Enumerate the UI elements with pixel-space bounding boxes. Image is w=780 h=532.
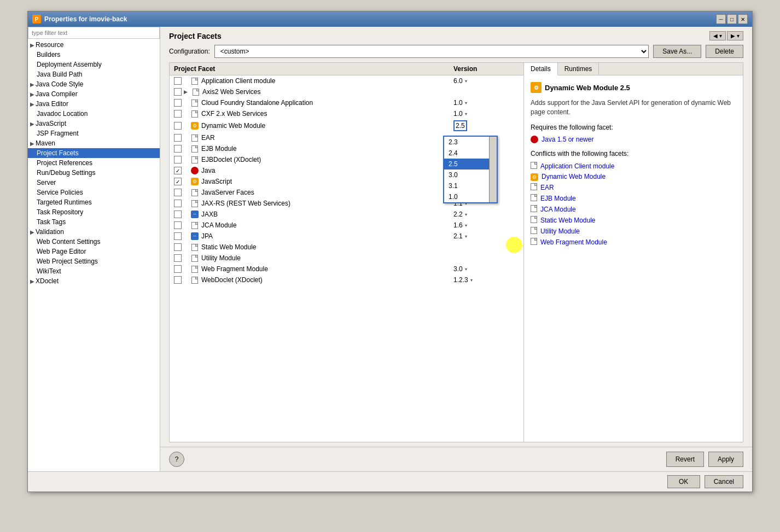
facet-checkbox-ejbdoclet[interactable] [174,156,182,163]
cancel-button[interactable]: Cancel [705,475,743,488]
window-controls[interactable]: ─ □ ✕ [716,14,748,24]
sidebar-item-label: Targeted Runtimes [37,198,92,206]
sidebar-item-task-repository[interactable]: Task Repository [28,207,160,217]
facet-checkbox-dynamic-web[interactable] [174,122,182,130]
sidebar-item-java-build-path[interactable]: Java Build Path [28,69,160,79]
facet-row-axis2[interactable]: ▶Axis2 Web Services [170,86,523,97]
conflict-icon [531,216,537,225]
conflict-facet-name: Dynamic Web Module [542,173,606,180]
facet-name-cxf: CXF 2.x Web Services [201,110,453,118]
sidebar-item-server[interactable]: Server [28,178,160,188]
facet-checkbox-javascript[interactable] [174,178,182,185]
facet-row-web-fragment[interactable]: Web Fragment Module3.0▾ [170,264,523,274]
details-tab-runtimes[interactable]: Runtimes [558,63,599,75]
delete-button[interactable]: Delete [706,45,743,58]
facet-row-jpa[interactable]: ↔JPA2.1▾ [170,231,523,242]
facet-checkbox-web-fragment[interactable] [174,265,182,273]
version-scrollbar[interactable] [489,137,497,202]
expand-arrow: ▶ [30,121,34,127]
sidebar-item-label: WikiText [37,267,61,275]
facet-row-cloud-foundry[interactable]: Cloud Foundry Standalone Application1.0▾ [170,97,523,108]
facet-checkbox-app-client[interactable] [174,77,182,85]
sidebar-item-javascript[interactable]: ▶JavaScript [28,119,160,128]
facet-row-webdoclet[interactable]: WebDoclet (XDoclet)1.2.3▾ [170,274,523,285]
nav-arrows[interactable]: ◀ ▾ ▶ ▾ [709,31,743,40]
facet-checkbox-jca-module[interactable] [174,221,182,229]
sidebar-item-label: Task Repository [37,208,83,216]
sidebar-item-javadoc-location[interactable]: Javadoc Location [28,109,160,119]
facet-checkbox-cxf[interactable] [174,110,182,118]
facet-icon-ejb-module [190,144,199,153]
main-area: Project Facets ◀ ▾ ▶ ▾ Configuration: <c… [160,27,752,471]
sidebar-item-java-compiler[interactable]: ▶Java Compiler [28,89,160,99]
sidebar-item-web-page-editor[interactable]: Web Page Editor [28,247,160,256]
ok-button[interactable]: OK [667,475,700,488]
sidebar-item-xdoclet[interactable]: ▶XDoclet [28,276,160,286]
forward-button[interactable]: ▶ ▾ [727,31,743,40]
facet-checkbox-axis2[interactable] [174,88,182,96]
sidebar-item-java-editor[interactable]: ▶Java Editor [28,99,160,109]
sidebar-item-project-facets[interactable]: Project Facets [28,148,160,158]
facet-checkbox-jpa[interactable] [174,232,182,240]
details-tab-details[interactable]: Details [524,63,558,75]
facet-checkbox-jaxb[interactable] [174,211,182,218]
col-version-header: Version [453,65,519,73]
facet-row-static-web[interactable]: Static Web Module [170,242,523,253]
facet-row-jaxb[interactable]: ↔JAXB2.2▾ [170,209,523,220]
facet-icon-cloud-foundry [190,98,199,107]
facet-name-webdoclet: WebDoclet (XDoclet) [201,276,453,284]
sidebar-item-deployment-assembly[interactable]: Deployment Assembly [28,60,160,69]
facet-checkbox-utility[interactable] [174,254,182,262]
facet-checkbox-javaserver-faces[interactable] [174,189,182,196]
help-button[interactable]: ? [169,452,184,467]
sidebar-item-label: Deployment Assembly [37,61,102,68]
sidebar-item-maven[interactable]: ▶Maven [28,138,160,148]
sidebar-item-web-project-settings[interactable]: Web Project Settings [28,256,160,266]
version-dropdown[interactable]: 2.32.42.53.03.11.0 [443,136,498,203]
conflict-icon [531,183,537,192]
back-button[interactable]: ◀ ▾ [709,31,726,40]
maximize-button[interactable]: □ [727,14,737,24]
sidebar-item-label: Web Project Settings [37,258,98,265]
sidebar-item-project-references[interactable]: Project References [28,158,160,168]
page-title: Project Facets [169,32,222,40]
sidebar-item-validation[interactable]: ▶Validation [28,227,160,237]
sidebar-item-task-tags[interactable]: Task Tags [28,217,160,227]
config-select[interactable]: <custom> [214,45,649,58]
close-button[interactable]: ✕ [738,14,748,24]
sidebar-item-label: Javadoc Location [37,110,88,118]
sidebar-item-web-content-settings[interactable]: Web Content Settings [28,237,160,247]
filter-input[interactable] [28,27,160,39]
sidebar-item-run-debug-settings[interactable]: Run/Debug Settings [28,168,160,178]
facet-checkbox-ear[interactable] [174,134,182,142]
save-as-button[interactable]: Save As... [653,45,701,58]
sidebar-item-service-policies[interactable]: Service Policies [28,188,160,197]
sidebar-item-label: Resource [36,41,63,49]
revert-button[interactable]: Revert [666,452,704,467]
sidebar-item-java-code-style[interactable]: ▶Java Code Style [28,79,160,89]
facet-checkbox-static-web[interactable] [174,243,182,251]
facet-checkbox-webdoclet[interactable] [174,276,182,284]
apply-button[interactable]: Apply [708,452,743,467]
facet-checkbox-java[interactable] [174,167,182,174]
sidebar-item-resource[interactable]: ▶Resource [28,40,160,50]
sidebar-item-targeted-runtimes[interactable]: Targeted Runtimes [28,197,160,207]
sidebar-item-builders[interactable]: Builders [28,50,160,60]
facet-row-dynamic-web[interactable]: ⚙Dynamic Web Module2.5 [170,119,523,132]
sidebar-item-wikitext[interactable]: WikiText [28,266,160,276]
conflicts-list: Application Client module⚙Dynamic Web Mo… [531,161,736,248]
facet-row-cxf[interactable]: CXF 2.x Web Services1.0▾ [170,108,523,119]
minimize-button[interactable]: ─ [716,14,726,24]
facet-row-jca-module[interactable]: JCA Module1.6▾ [170,220,523,231]
facet-row-utility[interactable]: Utility Module [170,253,523,264]
sidebar-item-jsp-fragment[interactable]: JSP Fragment [28,128,160,138]
facet-checkbox-jax-rs[interactable] [174,200,182,207]
conflict-item: JCA Module [531,204,736,215]
facet-checkbox-ejb-module[interactable] [174,145,182,153]
conflict-facet-name: Web Fragment Module [540,238,607,246]
sidebar-item-label: XDoclet [36,277,59,285]
facet-row-app-client[interactable]: Application Client module6.0▾ [170,75,523,86]
dialog-icon: P [32,15,41,24]
facet-checkbox-cloud-foundry[interactable] [174,99,182,107]
sidebar-item-label: Project Facets [37,149,79,157]
